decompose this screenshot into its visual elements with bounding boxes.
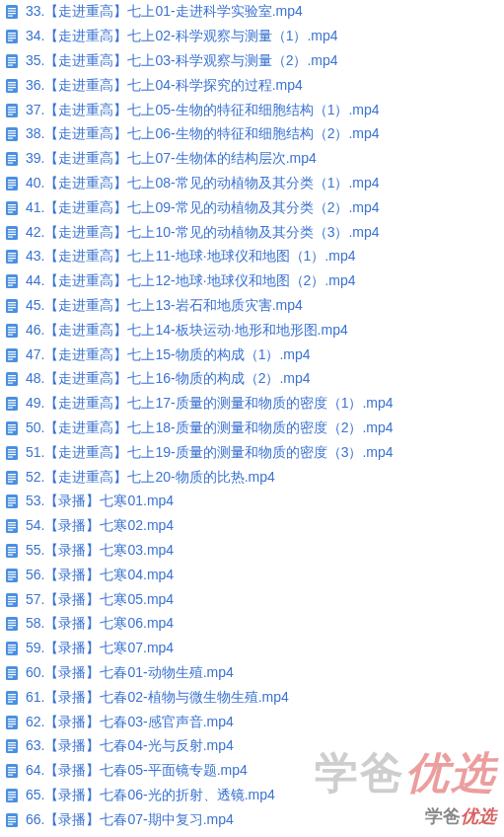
file-item[interactable]: 57.【录播】七寒05.mp4: [0, 587, 504, 612]
svg-rect-94: [8, 456, 13, 457]
file-name-link[interactable]: 41.【走进重高】七上09-常见的动植物及其分类（2）.mp4: [26, 199, 380, 217]
file-item[interactable]: 64.【录播】七春05-平面镜专题.mp4: [0, 759, 504, 784]
document-icon: [4, 592, 20, 608]
file-item[interactable]: 44.【走进重高】七上12-地球·地球仪和地图（2）.mp4: [0, 269, 504, 294]
file-name-link[interactable]: 58.【录播】七寒06.mp4: [26, 615, 174, 633]
file-name-link[interactable]: 49.【走进重高】七上17-质量的测量和物质的密度（1）.mp4: [26, 395, 394, 413]
file-name-link[interactable]: 43.【走进重高】七上11-地球·地球仪和地图（1）.mp4: [26, 248, 356, 266]
svg-rect-145: [6, 716, 18, 729]
file-item[interactable]: 59.【录播】七寒07.mp4: [0, 637, 504, 661]
file-name-link[interactable]: 52.【走进重高】七上20-物质的比热.mp4: [26, 469, 275, 487]
file-name-link[interactable]: 36.【走进重高】七上04-科学探究的过程.mp4: [26, 77, 303, 95]
file-item[interactable]: 61.【录播】七春02-植物与微生物生殖.mp4: [0, 685, 504, 710]
file-name-link[interactable]: 38.【走进重高】七上06-生物的特征和细胞结构（2）.mp4: [26, 125, 380, 143]
file-item[interactable]: 43.【走进重高】七上11-地球·地球仪和地图（1）.mp4: [0, 245, 504, 269]
file-item[interactable]: 38.【走进重高】七上06-生物的特征和细胞结构（2）.mp4: [0, 122, 504, 147]
file-item[interactable]: 66.【录播】七春07-期中复习.mp4: [0, 807, 504, 832]
document-icon: [4, 225, 20, 241]
file-item[interactable]: 35.【走进重高】七上03-科学观察与测量（2）.mp4: [0, 49, 504, 74]
file-item[interactable]: 48.【走进重高】七上16-物质的构成（2）.mp4: [0, 367, 504, 392]
svg-rect-54: [8, 261, 13, 262]
file-item[interactable]: 65.【录播】七春06-光的折射、透镜.mp4: [0, 784, 504, 808]
file-item[interactable]: 50.【走进重高】七上18-质量的测量和物质的密度（2）.mp4: [0, 417, 504, 441]
file-item[interactable]: 62.【录播】七春03-感官声音.mp4: [0, 710, 504, 734]
file-name-link[interactable]: 64.【录播】七春05-平面镜专题.mp4: [26, 762, 248, 780]
svg-rect-30: [6, 152, 18, 166]
file-name-link[interactable]: 45.【走进重高】七上13-岩石和地质灾害.mp4: [26, 297, 303, 315]
svg-rect-168: [8, 821, 16, 822]
file-name-link[interactable]: 54.【录播】七寒02.mp4: [26, 517, 174, 535]
svg-rect-121: [8, 596, 16, 597]
file-name-link[interactable]: 39.【走进重高】七上07-生物体的结构层次.mp4: [26, 150, 317, 168]
file-item[interactable]: 40.【走进重高】七上08-常见的动植物及其分类（1）.mp4: [0, 172, 504, 196]
file-item[interactable]: 53.【录播】七寒01.mp4: [0, 490, 504, 514]
file-name-link[interactable]: 55.【录播】七寒03.mp4: [26, 542, 174, 560]
svg-rect-77: [8, 378, 16, 379]
file-item[interactable]: 63.【录播】七春04-光与反射.mp4: [0, 734, 504, 759]
svg-rect-96: [8, 474, 16, 475]
file-item[interactable]: 42.【走进重高】七上10-常见的动植物及其分类（3）.mp4: [0, 220, 504, 245]
file-item[interactable]: 46.【走进重高】七上14-板块运动·地形和地形图.mp4: [0, 318, 504, 342]
file-name-link[interactable]: 34.【走进重高】七上02-科学观察与测量（1）.mp4: [26, 28, 338, 45]
file-item[interactable]: 34.【走进重高】七上02-科学观察与测量（1）.mp4: [0, 25, 504, 49]
file-item[interactable]: 60.【录播】七春01-动物生殖.mp4: [0, 661, 504, 686]
svg-rect-67: [8, 329, 16, 330]
file-name-link[interactable]: 46.【走进重高】七上14-板块运动·地形和地形图.mp4: [26, 322, 348, 340]
svg-rect-142: [8, 696, 16, 697]
svg-rect-4: [8, 16, 13, 17]
document-icon: [4, 347, 20, 363]
document-icon: [4, 420, 20, 436]
file-name-link[interactable]: 60.【录播】七春01-动物生殖.mp4: [26, 664, 234, 682]
document-icon: [4, 543, 20, 559]
svg-rect-26: [8, 130, 16, 131]
file-item[interactable]: 52.【走进重高】七上20-物质的比热.mp4: [0, 465, 504, 490]
file-name-link[interactable]: 48.【走进重高】七上16-物质的构成（2）.mp4: [26, 370, 311, 388]
svg-rect-100: [6, 495, 18, 508]
file-name-link[interactable]: 44.【走进重高】七上12-地球·地球仪和地图（2）.mp4: [26, 272, 356, 290]
file-name-link[interactable]: 53.【录播】七寒01.mp4: [26, 493, 174, 510]
file-name-link[interactable]: 33.【走进重高】七上01-走进科学实验室.mp4: [26, 3, 303, 21]
svg-rect-16: [8, 82, 16, 83]
file-item[interactable]: 33.【走进重高】七上01-走进科学实验室.mp4: [0, 0, 504, 25]
file-name-link[interactable]: 59.【录播】七寒07.mp4: [26, 640, 174, 657]
file-item[interactable]: 39.【走进重高】七上07-生物体的结构层次.mp4: [0, 147, 504, 172]
file-name-link[interactable]: 62.【录播】七春03-感官声音.mp4: [26, 714, 234, 731]
file-item[interactable]: 55.【录播】七寒03.mp4: [0, 539, 504, 564]
file-item[interactable]: 51.【走进重高】七上19-质量的测量和物质的密度（3）.mp4: [0, 440, 504, 465]
file-item[interactable]: 49.【走进重高】七上17-质量的测量和物质的密度（1）.mp4: [0, 392, 504, 417]
document-icon: [4, 641, 20, 656]
svg-rect-89: [8, 431, 13, 432]
file-name-link[interactable]: 65.【录播】七春06-光的折射、透镜.mp4: [26, 787, 275, 804]
svg-rect-137: [8, 671, 16, 672]
svg-rect-169: [8, 823, 13, 824]
file-name-link[interactable]: 50.【走进重高】七上18-质量的测量和物质的密度（2）.mp4: [26, 419, 394, 437]
file-item[interactable]: 47.【走进重高】七上15-物质的构成（1）.mp4: [0, 342, 504, 367]
file-name-link[interactable]: 47.【走进重高】七上15-物质的构成（1）.mp4: [26, 346, 311, 364]
file-item[interactable]: 58.【录播】七寒06.mp4: [0, 612, 504, 637]
file-name-link[interactable]: 42.【走进重高】七上10-常见的动植物及其分类（3）.mp4: [26, 224, 380, 242]
file-name-link[interactable]: 56.【录播】七寒04.mp4: [26, 567, 174, 584]
svg-rect-92: [8, 451, 16, 452]
svg-rect-146: [8, 719, 16, 720]
file-item[interactable]: 56.【录播】七寒04.mp4: [0, 563, 504, 587]
file-name-link[interactable]: 40.【走进重高】七上08-常见的动植物及其分类（1）.mp4: [26, 175, 380, 192]
file-item[interactable]: 45.【走进重高】七上13-岩石和地质灾害.mp4: [0, 294, 504, 319]
svg-rect-88: [8, 429, 16, 430]
file-name-link[interactable]: 51.【走进重高】七上19-质量的测量和物质的密度（3）.mp4: [26, 444, 394, 462]
file-item[interactable]: 36.【走进重高】七上04-科学探究的过程.mp4: [0, 73, 504, 98]
file-name-link[interactable]: 66.【录播】七春07-期中复习.mp4: [26, 811, 234, 829]
svg-rect-153: [8, 747, 16, 748]
file-name-link[interactable]: 37.【走进重高】七上05-生物的特征和细胞结构（1）.mp4: [26, 102, 380, 119]
file-name-link[interactable]: 63.【录播】七春04-光与反射.mp4: [26, 737, 234, 755]
file-item[interactable]: 41.【走进重高】七上09-常见的动植物及其分类（2）.mp4: [0, 195, 504, 220]
document-icon: [4, 371, 20, 387]
file-item[interactable]: 37.【走进重高】七上05-生物的特征和细胞结构（1）.mp4: [0, 98, 504, 122]
svg-rect-129: [8, 628, 13, 629]
svg-rect-131: [8, 645, 16, 646]
file-name-link[interactable]: 61.【录播】七春02-植物与微生物生殖.mp4: [26, 689, 289, 707]
file-name-link[interactable]: 57.【录播】七寒05.mp4: [26, 591, 174, 609]
svg-rect-72: [8, 353, 16, 354]
file-name-link[interactable]: 35.【走进重高】七上03-科学观察与测量（2）.mp4: [26, 52, 338, 70]
svg-rect-132: [8, 647, 16, 648]
file-item[interactable]: 54.【录播】七寒02.mp4: [0, 514, 504, 539]
